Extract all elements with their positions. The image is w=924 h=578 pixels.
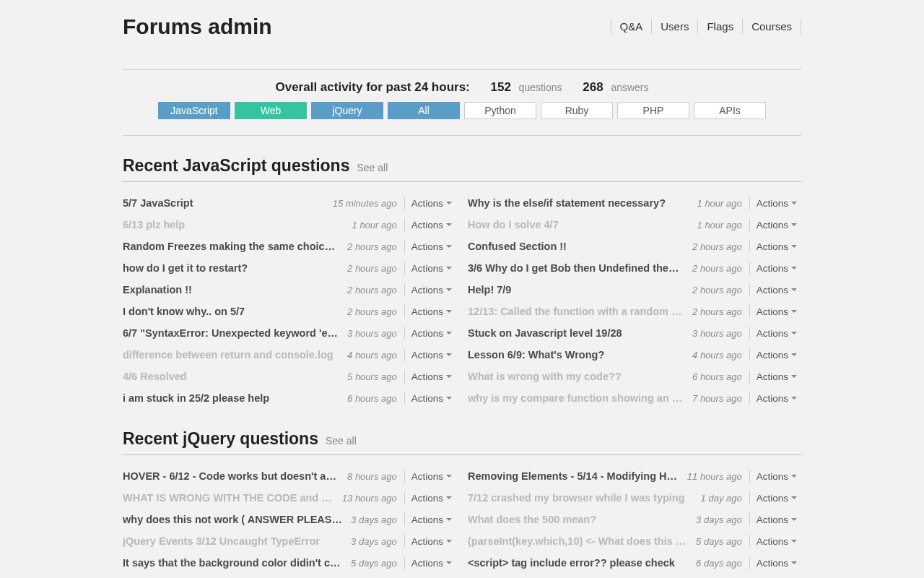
question-title[interactable]: 12/13: Called the function with a random… (468, 306, 685, 317)
actions-dropdown[interactable]: Actions (404, 218, 456, 231)
actions-dropdown[interactable]: Actions (749, 392, 801, 405)
actions-dropdown[interactable]: Actions (404, 513, 456, 526)
nav-users[interactable]: Users (651, 19, 697, 34)
actions-dropdown[interactable]: Actions (749, 262, 801, 275)
actions-dropdown[interactable]: Actions (404, 305, 456, 318)
question-title[interactable]: Explanation !! (123, 284, 340, 296)
question-row: 4/6 Resolved5 hours agoActions (123, 366, 456, 387)
actions-dropdown[interactable]: Actions (404, 370, 456, 383)
question-row: Confused Section !!2 hours agoActions (468, 236, 801, 257)
question-title[interactable]: Why is the else/if statement necessary? (468, 197, 690, 209)
actions-dropdown[interactable]: Actions (749, 240, 801, 253)
question-title[interactable]: jQuery Events 3/12 Uncaught TypeError (123, 535, 344, 547)
actions-dropdown[interactable]: Actions (749, 535, 801, 548)
question-title[interactable]: why is my compare function showing an er… (468, 392, 685, 404)
question-title[interactable]: How do I solve 4/7 (468, 219, 690, 230)
divider (123, 135, 801, 136)
actions-label: Actions (757, 328, 788, 339)
questions-section: Recent JavaScript questionsSee all5/7 Ja… (123, 156, 801, 409)
actions-label: Actions (411, 350, 443, 361)
actions-dropdown[interactable]: Actions (404, 392, 456, 405)
question-title[interactable]: WHAT IS WRONG WITH THE CODE and why (123, 492, 335, 504)
actions-dropdown[interactable]: Actions (404, 197, 456, 210)
question-title[interactable]: Random Freezes making the same choice ov… (123, 241, 340, 252)
actions-dropdown[interactable]: Actions (404, 491, 456, 504)
actions-dropdown[interactable]: Actions (749, 283, 801, 296)
actions-label: Actions (757, 220, 788, 230)
question-title[interactable]: 6/13 plz help (123, 219, 345, 230)
actions-dropdown[interactable]: Actions (749, 348, 801, 361)
tab-javascript[interactable]: JavaScript (158, 102, 230, 119)
section-title: Recent jQuery questions (123, 429, 318, 449)
actions-label: Actions (411, 306, 443, 317)
tab-apis[interactable]: APIs (694, 102, 766, 119)
nav-q-a[interactable]: Q&A (611, 19, 652, 34)
question-title[interactable]: 7/12 crashed my browser while I was typi… (468, 492, 694, 504)
actions-dropdown[interactable]: Actions (749, 470, 801, 483)
question-title[interactable]: Confused Section !! (468, 241, 685, 252)
actions-dropdown[interactable]: Actions (404, 535, 456, 548)
actions-dropdown[interactable]: Actions (749, 305, 801, 318)
question-title[interactable]: What is wrong with my code?? (468, 371, 685, 382)
question-title[interactable]: HOVER - 6/12 - Code works but doesn't ac… (123, 470, 340, 482)
question-row: jQuery Events 3/12 Uncaught TypeError3 d… (123, 530, 456, 552)
actions-label: Actions (757, 514, 788, 525)
divider (123, 181, 801, 182)
see-all-link[interactable]: See all (326, 435, 357, 447)
question-title[interactable]: Stuck on Javascript level 19/28 (468, 327, 685, 339)
actions-dropdown[interactable]: Actions (404, 283, 456, 296)
question-title[interactable]: 4/6 Resolved (123, 371, 340, 382)
question-title[interactable]: <script> tag include error?? please chec… (468, 557, 689, 569)
question-row: How do I solve 4/71 hour agoActions (468, 214, 801, 236)
stats-label: Overall activity for past 24 hours: (275, 80, 469, 94)
question-age: 15 minutes ago (333, 198, 397, 209)
question-title[interactable]: 5/7 JavaScript (123, 197, 326, 209)
actions-dropdown[interactable]: Actions (749, 327, 801, 340)
question-age: 2 hours ago (692, 306, 742, 317)
chevron-down-icon (446, 245, 452, 248)
actions-dropdown[interactable]: Actions (404, 262, 456, 275)
actions-dropdown[interactable]: Actions (749, 197, 801, 210)
question-title[interactable]: Removing Elements - 5/14 - Modifying HTM… (468, 470, 680, 482)
chevron-down-icon (791, 540, 797, 543)
actions-dropdown[interactable]: Actions (404, 470, 456, 483)
question-title[interactable]: Help! 7/9 (468, 284, 685, 296)
actions-dropdown[interactable]: Actions (404, 240, 456, 253)
actions-dropdown[interactable]: Actions (749, 513, 801, 526)
tab-web[interactable]: Web (235, 102, 307, 119)
question-title[interactable]: I don't know why.. on 5/7 (123, 306, 340, 317)
answers-label: answers (611, 82, 648, 93)
question-title[interactable]: why does this not work ( ANSWER PLEASE ) (123, 514, 344, 525)
chevron-down-icon (446, 332, 452, 335)
question-title[interactable]: It says that the background color didin'… (123, 557, 344, 569)
tab-ruby[interactable]: Ruby (541, 102, 613, 119)
actions-dropdown[interactable]: Actions (404, 327, 456, 340)
question-title[interactable]: 3/6 Why do I get Bob then Undefined then… (468, 262, 685, 274)
question-columns: HOVER - 6/12 - Code works but doesn't ac… (123, 465, 801, 578)
question-title[interactable]: (parseInt(key.which,10) <- What does thi… (468, 535, 689, 547)
tab-php[interactable]: PHP (617, 102, 689, 119)
question-title[interactable]: Lesson 6/9: What's Wrong? (468, 349, 685, 361)
tab-all[interactable]: All (388, 102, 460, 119)
question-title[interactable]: how do I get it to restart? (123, 262, 340, 274)
actions-dropdown[interactable]: Actions (749, 370, 801, 383)
actions-dropdown[interactable]: Actions (404, 556, 456, 569)
nav-flags[interactable]: Flags (697, 19, 742, 34)
actions-dropdown[interactable]: Actions (749, 218, 801, 231)
actions-label: Actions (411, 536, 443, 547)
tab-jquery[interactable]: jQuery (311, 102, 383, 119)
actions-dropdown[interactable]: Actions (749, 556, 801, 569)
answers-count: 268 (583, 80, 603, 94)
chevron-down-icon (791, 288, 797, 291)
see-all-link[interactable]: See all (357, 162, 388, 173)
question-age: 2 hours ago (347, 285, 397, 296)
tab-python[interactable]: Python (464, 102, 536, 119)
nav-courses[interactable]: Courses (742, 19, 801, 34)
question-age: 2 hours ago (347, 241, 397, 252)
question-title[interactable]: difference between return and console.lo… (123, 349, 340, 361)
question-title[interactable]: i am stuck in 25/2 please help (123, 392, 340, 404)
question-title[interactable]: 6/7 "SyntaxError: Unexpected keyword 'el… (123, 327, 340, 339)
question-title[interactable]: What does the 500 mean? (468, 514, 689, 525)
actions-dropdown[interactable]: Actions (404, 348, 456, 361)
actions-dropdown[interactable]: Actions (749, 491, 801, 504)
